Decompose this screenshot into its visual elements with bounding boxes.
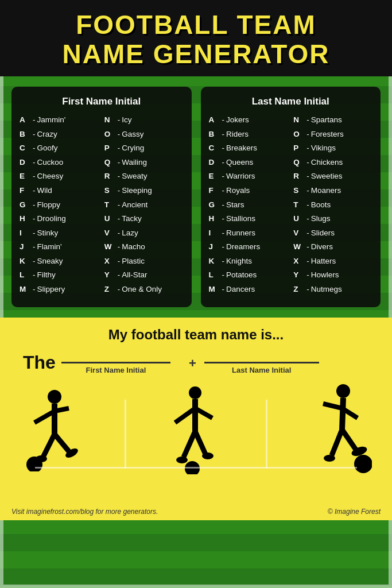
table-row: P - Vikings: [293, 142, 372, 154]
svg-line-11: [175, 408, 195, 423]
table-row: Q - Wailing: [104, 157, 184, 168]
svg-line-22: [332, 430, 342, 455]
table-row: T - Boots: [293, 199, 372, 211]
table-row: M - Slippery: [20, 284, 99, 295]
letter: T: [293, 199, 305, 211]
letter: A: [20, 114, 31, 126]
table-row: V - Sliders: [293, 227, 372, 239]
field-line-vert-left: [125, 400, 126, 469]
yellow-section: My football team name is... The First Na…: [0, 318, 392, 503]
tables-section: First Name Initial A - Jammin'B - CrazyC…: [0, 76, 392, 317]
letter: Q: [293, 157, 305, 168]
svg-line-13: [184, 431, 195, 457]
table-row: Z - One & Only: [104, 284, 184, 295]
footer: Visit imaginefrost.com/blog for more gen…: [0, 503, 392, 520]
table-row: I - Stinky: [20, 227, 99, 239]
field-line: [35, 467, 357, 469]
last-name-underline-label: Last Name Initial: [232, 366, 291, 374]
letter: P: [293, 142, 305, 154]
table-row: D - Queens: [209, 157, 288, 168]
letter: S: [293, 185, 305, 196]
letter: U: [293, 213, 305, 225]
letter: L: [20, 269, 31, 281]
letter: N: [104, 114, 116, 126]
svg-point-26: [354, 455, 372, 473]
table-row: N - Spartans: [293, 114, 372, 126]
svg-line-23: [342, 430, 356, 450]
table-row: Y - All-Star: [104, 269, 184, 281]
letter: F: [20, 185, 31, 196]
svg-point-15: [176, 457, 188, 463]
svg-line-3: [55, 408, 69, 411]
letter: U: [104, 213, 116, 225]
table-row: C - Goofy: [20, 142, 99, 154]
letter: Y: [104, 269, 116, 281]
letter: K: [209, 256, 220, 267]
table-row: N - Icy: [104, 114, 184, 126]
letter: J: [20, 241, 31, 253]
letter: M: [20, 284, 31, 295]
letter: W: [293, 241, 305, 253]
table-row: J - Flamin': [20, 241, 99, 253]
letter: O: [104, 129, 116, 140]
table-row: W - Macho: [104, 241, 184, 253]
table-row: T - Ancient: [104, 199, 184, 211]
field-line-vert-right: [266, 400, 267, 469]
player-2-silhouette: [166, 377, 224, 474]
letter: C: [20, 142, 31, 154]
table-row: R - Sweaty: [104, 171, 184, 182]
svg-line-2: [34, 411, 55, 423]
svg-point-24: [324, 455, 335, 462]
letter: Z: [104, 284, 116, 295]
letter: N: [293, 114, 305, 126]
table-row: P - Crying: [104, 142, 184, 154]
first-name-underline: [61, 362, 170, 363]
table-row: X - Plastic: [104, 256, 184, 267]
letter: B: [209, 129, 220, 140]
letter: P: [104, 142, 116, 154]
letter: X: [104, 256, 116, 267]
letter: D: [209, 157, 220, 168]
letter: Z: [293, 284, 305, 295]
silhouettes-area: [17, 377, 375, 503]
team-name-row: The First Name Initial + Last Name Initi…: [17, 352, 375, 374]
last-name-underline-group: Last Name Initial: [204, 362, 319, 374]
table-row: F - Royals: [209, 185, 288, 196]
table-row: S - Moaners: [293, 185, 372, 196]
table-row: M - Dancers: [209, 284, 288, 295]
letter: I: [20, 227, 31, 239]
letter: R: [104, 171, 116, 182]
main-container: FOOTBALL TEAM NAME GENERATOR First Name …: [0, 0, 392, 588]
table-row: A - Jammin': [20, 114, 99, 126]
letter: Y: [293, 269, 305, 281]
last-name-columns: A - JokersB - RidersC - BreakersD - Quee…: [209, 114, 373, 297]
table-row: K - Sneaky: [20, 256, 99, 267]
table-row: L - Potatoes: [209, 269, 288, 281]
letter: W: [104, 241, 116, 253]
table-row: W - Divers: [293, 241, 372, 253]
header: FOOTBALL TEAM NAME GENERATOR: [0, 0, 392, 76]
first-name-underline-label: First Name Initial: [86, 366, 146, 374]
svg-line-4: [43, 434, 55, 457]
letter: I: [209, 227, 220, 239]
letter: F: [209, 185, 220, 196]
letter: O: [293, 129, 305, 140]
svg-point-9: [189, 386, 201, 399]
table-row: J - Dreamers: [209, 241, 288, 253]
player-3-silhouette: [303, 377, 372, 475]
table-row: K - Knights: [209, 256, 288, 267]
table-row: H - Drooling: [20, 213, 99, 225]
table-row: E - Cheesy: [20, 171, 99, 182]
first-name-table: First Name Initial A - Jammin'B - CrazyC…: [11, 87, 192, 307]
letter: X: [293, 256, 305, 267]
letter: C: [209, 142, 220, 154]
letter: R: [293, 171, 305, 182]
table-row: C - Breakers: [209, 142, 288, 154]
letter: V: [104, 227, 116, 239]
first-name-underline-group: First Name Initial: [61, 362, 170, 374]
letter: H: [20, 213, 31, 225]
table-row: O - Gassy: [104, 129, 184, 140]
table-row: D - Cuckoo: [20, 157, 99, 168]
footer-left: Visit imaginefrost.com/blog for more gen…: [11, 508, 158, 516]
letter: Q: [104, 157, 116, 168]
